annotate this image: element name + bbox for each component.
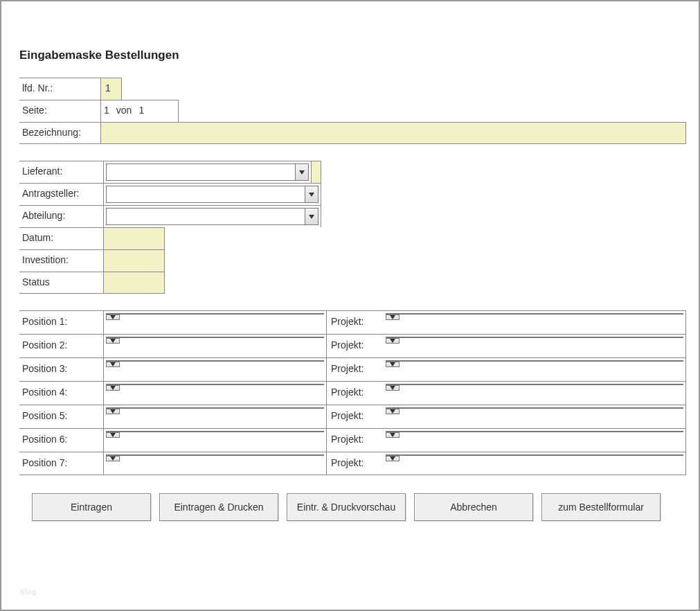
position-dropdown[interactable] (104, 428, 327, 452)
datum-input[interactable] (104, 227, 165, 249)
abbrechen-button[interactable]: Abbrechen (414, 493, 533, 521)
position-dropdown[interactable] (104, 381, 327, 405)
antragsteller-input[interactable] (106, 186, 305, 203)
chevron-down-icon[interactable] (386, 362, 400, 367)
projekt-input[interactable] (386, 360, 683, 362)
projekt-label: Projekt: (327, 405, 384, 428)
zum-bestellformular-button[interactable]: zum Bestellformular (541, 493, 661, 521)
position-row: Position 1:Projekt: (19, 310, 686, 334)
lieferant-dropdown[interactable] (104, 161, 312, 183)
chevron-down-icon[interactable] (305, 208, 318, 225)
projekt-input[interactable] (386, 313, 683, 315)
bezeichnung-label: Bezeichnung: (19, 122, 101, 144)
status-label: Status (19, 272, 104, 294)
projekt-dropdown[interactable] (384, 452, 686, 475)
position-label: Position 5: (19, 405, 104, 428)
bezeichnung-input[interactable] (101, 122, 686, 144)
watermark: blog (21, 588, 37, 596)
position-row: Position 5:Projekt: (19, 405, 686, 428)
projekt-dropdown[interactable] (384, 357, 686, 381)
position-label: Position 1: (19, 310, 104, 334)
position-input[interactable] (106, 313, 324, 315)
chevron-down-icon[interactable] (106, 432, 120, 438)
eintr-druckvorschau-button[interactable]: Eintr. & Druckvorschau (287, 493, 406, 521)
chevron-down-icon[interactable] (106, 315, 120, 320)
lieferant-yellow-strip (312, 161, 321, 183)
abteilung-dropdown[interactable] (104, 205, 321, 227)
position-dropdown[interactable] (104, 452, 327, 475)
projekt-input[interactable] (386, 337, 683, 338)
projekt-dropdown[interactable] (384, 310, 686, 334)
chevron-down-icon[interactable] (106, 362, 120, 367)
projekt-dropdown[interactable] (384, 428, 686, 452)
position-row: Position 3:Projekt: (19, 357, 686, 381)
position-input[interactable] (106, 360, 324, 362)
lfd-nr-label: lfd. Nr.: (19, 78, 101, 100)
seite-total: 1 (138, 105, 144, 122)
abteilung-label: Abteilung: (19, 205, 104, 227)
chevron-down-icon[interactable] (386, 456, 400, 461)
seite-value-cell: 1 von 1 (101, 100, 179, 122)
lieferant-input[interactable] (106, 163, 295, 181)
position-input[interactable] (106, 384, 324, 385)
datum-label: Datum: (19, 227, 104, 249)
seite-von: von (116, 105, 132, 122)
chevron-down-icon[interactable] (386, 432, 400, 438)
lfd-nr-value[interactable]: 1 (101, 78, 122, 100)
antragsteller-dropdown[interactable] (104, 183, 321, 205)
antragsteller-label: Antragsteller: (19, 183, 104, 205)
projekt-label: Projekt: (327, 357, 384, 381)
chevron-down-icon[interactable] (386, 338, 400, 344)
projekt-label: Projekt: (327, 381, 384, 405)
projekt-input[interactable] (386, 454, 683, 456)
position-dropdown[interactable] (104, 334, 327, 357)
chevron-down-icon[interactable] (386, 315, 400, 320)
button-bar: Eintragen Eintragen & Drucken Eintr. & D… (32, 493, 686, 521)
eintragen-button[interactable]: Eintragen (32, 493, 151, 521)
order-form-window: Eingabemaske Bestellungen lfd. Nr.: 1 Se… (0, 0, 700, 611)
projekt-input[interactable] (386, 407, 683, 409)
projekt-label: Projekt: (327, 428, 384, 452)
chevron-down-icon[interactable] (305, 186, 318, 203)
form-title: Eingabemaske Bestellungen (19, 48, 686, 62)
position-dropdown[interactable] (104, 357, 327, 381)
eintragen-drucken-button[interactable]: Eintragen & Drucken (159, 493, 278, 521)
position-row: Position 4:Projekt: (19, 381, 686, 405)
meta-block: Lieferant: Antragsteller: Abteilung: (19, 161, 686, 294)
projekt-dropdown[interactable] (384, 334, 686, 357)
lieferant-label: Lieferant: (19, 161, 104, 183)
chevron-down-icon[interactable] (106, 409, 120, 414)
status-input[interactable] (104, 272, 165, 294)
chevron-down-icon[interactable] (106, 385, 120, 391)
projekt-label: Projekt: (327, 452, 384, 475)
positions-block: Position 1:Projekt:Position 2:Projekt:Po… (19, 310, 686, 475)
position-row: Position 6:Projekt: (19, 428, 686, 452)
position-label: Position 4: (19, 381, 104, 405)
seite-current: 1 (104, 105, 109, 122)
chevron-down-icon[interactable] (295, 163, 309, 181)
chevron-down-icon[interactable] (386, 409, 400, 414)
position-input[interactable] (106, 407, 324, 409)
header-block: lfd. Nr.: 1 Seite: 1 von 1 Bezeichnung: (19, 78, 686, 144)
position-input[interactable] (106, 337, 324, 338)
position-dropdown[interactable] (104, 310, 327, 334)
projekt-label: Projekt: (327, 310, 384, 334)
projekt-input[interactable] (386, 431, 683, 432)
position-input[interactable] (106, 431, 324, 432)
position-row: Position 2:Projekt: (19, 334, 686, 357)
seite-label: Seite: (19, 100, 101, 122)
chevron-down-icon[interactable] (106, 456, 120, 461)
investition-input[interactable] (104, 249, 165, 272)
chevron-down-icon[interactable] (386, 385, 400, 391)
position-dropdown[interactable] (104, 405, 327, 428)
abteilung-input[interactable] (106, 208, 305, 225)
position-label: Position 6: (19, 428, 104, 452)
chevron-down-icon[interactable] (106, 338, 120, 344)
projekt-dropdown[interactable] (384, 405, 686, 428)
position-label: Position 7: (19, 452, 104, 475)
projekt-dropdown[interactable] (384, 381, 686, 405)
projekt-input[interactable] (386, 384, 683, 385)
position-label: Position 3: (19, 357, 104, 381)
position-input[interactable] (106, 454, 324, 456)
position-label: Position 2: (19, 334, 104, 357)
